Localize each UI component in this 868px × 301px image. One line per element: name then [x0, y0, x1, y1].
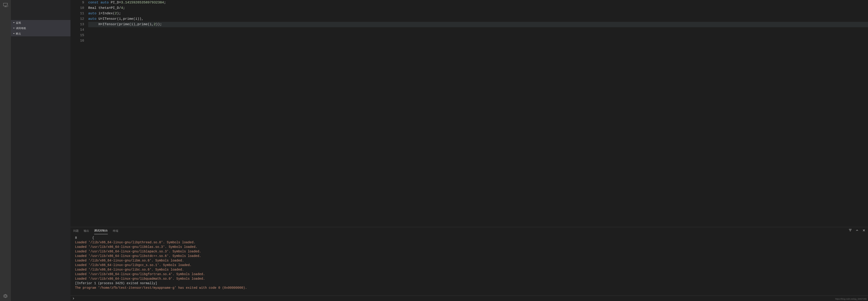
code-line[interactable]: H=ITensor(prime(i),prime(i,2)); — [88, 22, 868, 27]
sidebar-section-label: 断点 — [16, 32, 21, 35]
panel-tabs: 问题输出调试控制台终端 — [70, 227, 868, 235]
tab-debug[interactable]: 调试控制台 — [94, 227, 108, 234]
tab-output[interactable]: 输出 — [84, 228, 89, 234]
chevron-down-icon — [12, 27, 16, 30]
chevron-down-icon — [12, 21, 16, 24]
console-line: Loaded '/lib/x86_64-linux-gnu/libm.so.6'… — [75, 258, 864, 263]
editor-gutter: 910111213141516 — [70, 0, 88, 227]
console-line: 8 { — [75, 236, 864, 240]
console-line: Loaded '/usr/lib/x86_64-linux-gnu/libqua… — [75, 276, 864, 281]
console-line: Loaded '/lib/x86_64-linux-gnu/libc.so.6'… — [75, 267, 864, 272]
line-number: 15 — [70, 33, 84, 38]
code-line[interactable]: auto U=ITensor(i,prime(i)), — [88, 16, 868, 22]
activity-bar — [0, 0, 11, 301]
console-line: Loaded '/usr/lib/x86_64-linux-gnu/libbla… — [75, 245, 864, 249]
console-line: Loaded '/lib/x86_64-linux-gnu/libgcc_s.s… — [75, 263, 864, 267]
sidebar-top-spacer — [11, 0, 70, 20]
watermark: https://blog.csdn.net/qq_32507255 — [835, 298, 867, 300]
remote-icon[interactable] — [3, 2, 8, 8]
sidebar-section-watch[interactable]: 监视 — [11, 20, 70, 26]
code-line[interactable]: auto i=Index(2); — [88, 11, 868, 16]
code-line[interactable]: const auto PI_D=3.1415926535897932384; — [88, 0, 868, 5]
debug-console-input[interactable] — [70, 296, 868, 301]
gear-icon[interactable] — [3, 293, 8, 299]
console-line: Loaded '/usr/lib/x86_64-linux-gnu/libgfo… — [75, 272, 864, 276]
tab-terminal[interactable]: 终端 — [113, 228, 118, 234]
editor-code[interactable]: const auto PI_D=3.1415926535897932384;Re… — [88, 0, 868, 227]
console-line: Loaded '/usr/lib/x86_64-linux-gnu/libstd… — [75, 254, 864, 258]
line-number: 16 — [70, 38, 84, 44]
chevron-right-icon — [72, 297, 75, 300]
debug-sidebar: 监视 调用堆栈 断点 — [11, 0, 70, 301]
line-number: 11 — [70, 11, 84, 16]
main-area: 910111213141516 const auto PI_D=3.141592… — [70, 0, 868, 301]
console-line: The program '/home/zfb/test-itensor/test… — [75, 286, 864, 290]
sidebar-section-breakpoints[interactable]: 断点 — [11, 31, 70, 36]
bottom-panel: 问题输出调试控制台终端 8 {Loaded '/lib/x86_64-linux… — [70, 227, 868, 301]
line-number: 12 — [70, 16, 84, 22]
tab-problems[interactable]: 问题 — [73, 228, 79, 234]
sidebar-section-label: 调用堆栈 — [16, 27, 26, 30]
filter-icon[interactable] — [848, 229, 852, 232]
console-line: Loaded '/lib/x86_64-linux-gnu/libpthread… — [75, 240, 864, 245]
line-number: 9 — [70, 0, 84, 5]
line-number: 10 — [70, 5, 84, 11]
console-line: Loaded '/usr/lib/x86_64-linux-gnu/liblap… — [75, 249, 864, 254]
close-icon[interactable] — [862, 229, 866, 232]
line-number: 14 — [70, 27, 84, 33]
chevron-up-icon[interactable] — [855, 229, 859, 232]
line-number: 13 — [70, 22, 84, 27]
chevron-down-icon — [12, 32, 16, 35]
sidebar-section-callstack[interactable]: 调用堆栈 — [11, 26, 70, 31]
sidebar-section-label: 监视 — [16, 21, 21, 25]
console-line: [Inferior 1 (process 3429) exited normal… — [75, 281, 864, 286]
panel-actions — [848, 229, 866, 232]
code-line[interactable]: Real theta=PI_D/4; — [88, 5, 868, 11]
debug-console-output[interactable]: 8 {Loaded '/lib/x86_64-linux-gnu/libpthr… — [70, 235, 868, 296]
code-editor[interactable]: 910111213141516 const auto PI_D=3.141592… — [70, 0, 868, 227]
